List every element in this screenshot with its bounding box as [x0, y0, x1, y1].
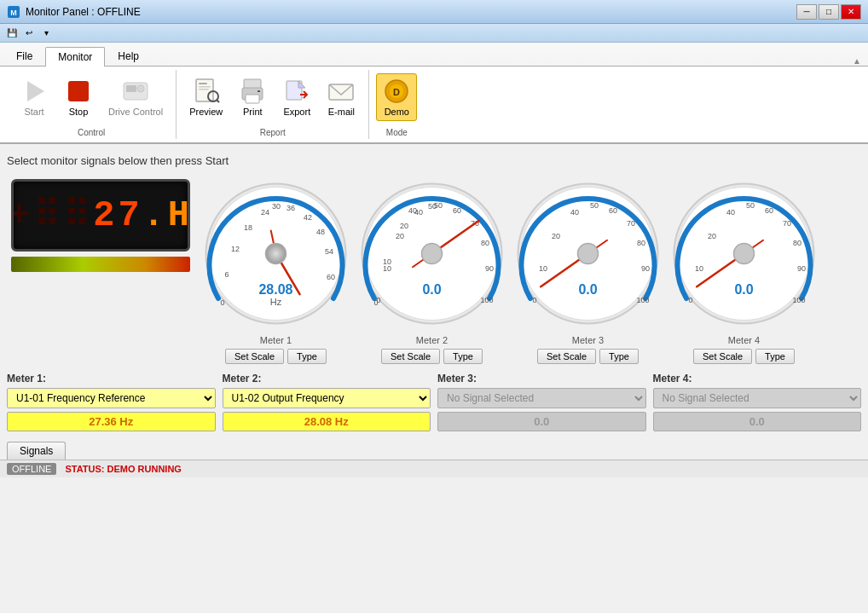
qa-save-button[interactable]: 💾: [3, 26, 20, 41]
tab-help[interactable]: Help: [105, 46, 152, 66]
export-label: Export: [283, 107, 310, 117]
meter2-title: Meter 2: [416, 335, 448, 345]
meter1-type-button[interactable]: Type: [287, 349, 327, 364]
meters-row: + ⠿ ⠿ 2 7 . H 0: [7, 179, 861, 364]
control-buttons: Start Stop: [14, 70, 169, 126]
meter3-signal-label: Meter 3:: [437, 373, 646, 385]
meter4-signal-select[interactable]: No Signal Selected: [653, 388, 862, 408]
meter2-signal-select[interactable]: U1-02 Output Frequency No Signal Selecte…: [223, 388, 431, 408]
tab-monitor[interactable]: Monitor: [45, 47, 105, 67]
stop-button[interactable]: Stop: [58, 73, 99, 121]
meter2-set-scale-button[interactable]: Set Scale: [381, 349, 440, 364]
start-label: Start: [24, 107, 43, 117]
svg-rect-13: [199, 89, 209, 90]
svg-text:20: 20: [400, 222, 408, 230]
demo-label: Demo: [385, 107, 409, 117]
signals-area: Meter 1: U1-01 Frequency Reference No Si…: [7, 373, 861, 431]
offline-badge: OFFLINE: [7, 463, 56, 475]
stop-icon: [65, 78, 92, 105]
maximize-button[interactable]: □: [819, 4, 839, 20]
drive-control-icon: [122, 78, 149, 105]
meter3-buttons: Set Scale Type: [537, 349, 639, 364]
quick-access-toolbar: 💾 ↩ ▾: [0, 24, 868, 43]
svg-rect-11: [199, 83, 207, 84]
window-controls: ─ □ ✕: [796, 4, 861, 20]
meter3-gauge: 0 10 20 40 50 60 70 80 90 100 0.0: [513, 179, 663, 328]
meter3-signal-select[interactable]: No Signal Selected: [437, 388, 646, 408]
preview-label: Preview: [189, 107, 223, 117]
svg-rect-8: [196, 79, 213, 101]
meter4-signal-label: Meter 4:: [653, 373, 862, 385]
start-button[interactable]: Start: [14, 73, 55, 121]
title-bar: M Monitor Panel : OFFLINE ─ □ ✕: [0, 0, 868, 24]
report-group-label: Report: [183, 126, 362, 139]
meter1-set-scale-button[interactable]: Set Scale: [225, 349, 284, 364]
meter4-section: 0 10 20 40 50 60 70 80 90 100 0.0 Meter …: [669, 179, 819, 364]
svg-text:20: 20: [552, 232, 560, 240]
svg-text:10: 10: [695, 264, 703, 273]
ribbon-group-mode: D Demo Mode: [369, 70, 424, 139]
ribbon: File Monitor Help ▲ Start: [0, 43, 868, 144]
report-buttons: Preview Print: [183, 70, 362, 126]
svg-text:12: 12: [231, 245, 240, 253]
tab-file[interactable]: File: [3, 46, 45, 66]
svg-text:0.0: 0.0: [734, 282, 753, 297]
ribbon-scroll-arrow: ▲: [853, 56, 861, 66]
svg-rect-17: [258, 90, 260, 92]
svg-text:80: 80: [481, 239, 489, 247]
drive-control-button[interactable]: Drive Control: [102, 73, 169, 121]
meter3-type-button[interactable]: Type: [599, 349, 639, 364]
signals-tab[interactable]: Signals: [7, 442, 66, 460]
led-value: 2: [93, 195, 118, 236]
meter1-signal-label: Meter 1:: [7, 373, 216, 385]
svg-text:70: 70: [783, 219, 791, 228]
meter2-type-button[interactable]: Type: [443, 349, 483, 364]
qa-dropdown-button[interactable]: ▾: [38, 26, 55, 41]
close-button[interactable]: ✕: [841, 4, 861, 20]
svg-rect-16: [246, 95, 259, 103]
svg-text:0: 0: [220, 298, 224, 307]
export-button[interactable]: Export: [276, 73, 317, 121]
meter3-set-scale-button[interactable]: Set Scale: [537, 349, 596, 364]
qa-undo-button[interactable]: ↩: [20, 26, 38, 41]
preview-button[interactable]: Preview: [183, 73, 229, 121]
svg-text:100: 100: [636, 296, 649, 304]
svg-text:50: 50: [590, 201, 599, 210]
svg-text:20: 20: [396, 232, 404, 240]
meter4-set-scale-button[interactable]: Set Scale: [693, 349, 752, 364]
ribbon-content: Start Stop: [0, 66, 868, 142]
svg-marker-2: [27, 81, 44, 101]
svg-text:100: 100: [480, 296, 493, 304]
control-group-label: Control: [14, 126, 169, 139]
instruction-text: Select monitor signals below then press …: [7, 151, 861, 171]
svg-text:6: 6: [224, 270, 229, 279]
stop-label: Stop: [69, 107, 89, 117]
svg-text:54: 54: [325, 247, 333, 256]
ribbon-group-report: Preview Print: [176, 70, 369, 139]
svg-point-61: [422, 244, 443, 264]
meter4-gauge: 0 10 20 40 50 60 70 80 90 100 0.0: [669, 179, 819, 328]
svg-text:0.0: 0.0: [578, 282, 597, 297]
meter4-title: Meter 4: [728, 335, 760, 345]
svg-text:60: 60: [327, 273, 335, 281]
svg-text:0: 0: [688, 296, 692, 304]
start-icon: [20, 78, 48, 105]
email-button[interactable]: E-mail: [321, 73, 362, 121]
svg-text:100: 100: [792, 296, 805, 304]
meter1-section: 0 6 12 18 24 30 36 42 48 54 60: [201, 179, 350, 364]
svg-text:80: 80: [637, 239, 645, 247]
led-value3: .: [143, 195, 168, 236]
led-value4: H: [168, 195, 190, 236]
meter2-signal-label: Meter 2:: [223, 373, 431, 385]
svg-text:80: 80: [793, 239, 801, 247]
meter1-signal-select[interactable]: U1-01 Frequency Reference No Signal Sele…: [7, 388, 216, 408]
svg-text:36: 36: [286, 204, 295, 212]
email-label: E-mail: [328, 107, 355, 117]
demo-button[interactable]: D Demo: [376, 73, 417, 121]
svg-text:28.08: 28.08: [258, 282, 292, 297]
minimize-button[interactable]: ─: [796, 4, 817, 20]
led-dim3: ⠿: [63, 194, 93, 238]
print-button[interactable]: Print: [232, 73, 273, 121]
meter4-type-button[interactable]: Type: [755, 349, 795, 364]
status-bar: OFFLINE STATUS: DEMO RUNNING: [0, 460, 868, 477]
